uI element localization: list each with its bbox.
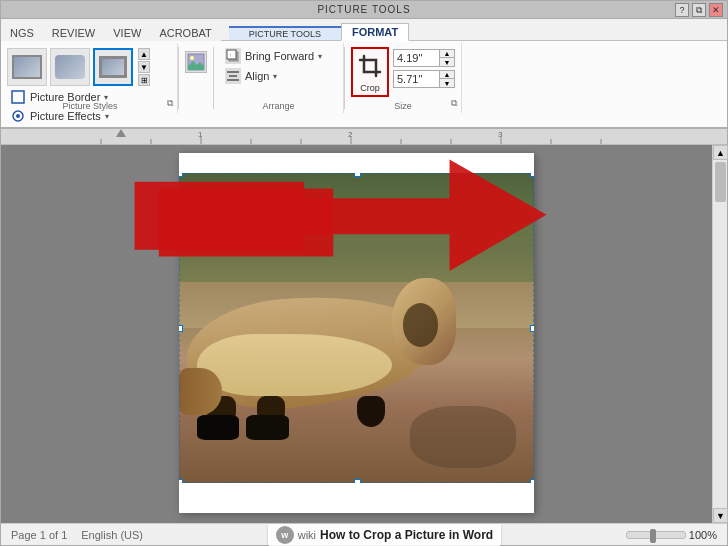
width-down[interactable]: ▼ (440, 79, 454, 87)
title-bar-text: PICTURE TOOLS (317, 4, 410, 15)
tab-acrobat[interactable]: ACROBAT (150, 24, 220, 41)
document-page (179, 153, 534, 513)
align-arrow: ▾ (273, 72, 277, 81)
ruler-indent-marker[interactable] (116, 129, 126, 139)
crop-size-section: Crop ▲ ▼ ▲ ▼ Siz (345, 43, 462, 113)
restore-button[interactable]: ⧉ (692, 3, 706, 17)
height-up[interactable]: ▲ (440, 50, 454, 58)
arrange-label: Arrange (262, 101, 294, 111)
crop-label: Crop (360, 83, 380, 93)
scroll-thumb[interactable] (715, 162, 726, 202)
crop-icon (355, 51, 385, 81)
svg-point-8 (190, 56, 194, 60)
wiki-how-to-text: How to Crop a Picture in Word (320, 528, 493, 542)
wiki-label: wiki (298, 529, 316, 541)
scroll-down-button[interactable]: ▼ (713, 508, 728, 523)
tab-ngs[interactable]: NGS (1, 24, 43, 41)
picture-effects-icon (10, 108, 26, 124)
p-section (179, 43, 213, 113)
tab-review[interactable]: REVIEW (43, 24, 104, 41)
bring-forward-icon: ↑ (225, 48, 241, 64)
size-label: Size (394, 101, 412, 111)
arrange-section: ↑ Bring Forward ▾ Align ▾ Arrange (214, 43, 344, 113)
height-input-row: ▲ ▼ (393, 49, 455, 67)
align-icon (225, 68, 241, 84)
height-down[interactable]: ▼ (440, 58, 454, 66)
crop-button[interactable]: Crop (351, 47, 389, 97)
wiki-logo: w (276, 526, 294, 544)
svg-text:2: 2 (348, 130, 353, 139)
animal-image (179, 173, 534, 483)
effects-dropdown-arrow: ▾ (105, 112, 109, 121)
width-spinners: ▲ ▼ (439, 71, 454, 87)
style-scroll[interactable]: ▲ ▼ ⊞ (138, 48, 150, 86)
scroll-up-button[interactable]: ▲ (713, 145, 728, 160)
picture-styles-expand[interactable]: ⧉ (167, 98, 173, 109)
app-window: PICTURE TOOLS ? ⧉ ✕ NGS REVIEW VIEW ACRO… (0, 0, 728, 546)
picture-small-icon[interactable] (185, 51, 207, 73)
help-button[interactable]: ? (675, 3, 689, 17)
language: English (US) (81, 529, 143, 541)
height-input[interactable] (394, 50, 439, 66)
window-controls[interactable]: ? ⧉ ✕ (675, 3, 723, 17)
ribbon: ▲ ▼ ⊞ Picture Border ▾ (1, 41, 727, 129)
wiki-badge: w wiki How to Crop a Picture in Word (268, 524, 501, 546)
svg-text:↑: ↑ (229, 52, 232, 58)
size-inputs: ▲ ▼ ▲ ▼ (393, 49, 455, 88)
zoom-slider[interactable] (626, 531, 686, 539)
word-count: Page 1 of 1 (11, 529, 67, 541)
picture-border-icon (10, 89, 26, 105)
style-thumb-2[interactable] (50, 48, 90, 86)
close-button[interactable]: ✕ (709, 3, 723, 17)
ruler-horizontal: 1 2 3 (1, 129, 727, 145)
svg-text:3: 3 (498, 130, 503, 139)
width-up[interactable]: ▲ (440, 71, 454, 79)
picture-tools-header: PICTURE TOOLS (229, 26, 341, 40)
svg-point-2 (16, 114, 20, 118)
document-area (1, 145, 712, 523)
style-thumb-1[interactable] (7, 48, 47, 86)
width-input-row: ▲ ▼ (393, 70, 455, 88)
zoom-controls: 100% (626, 529, 717, 541)
align-button[interactable]: Align ▾ (222, 67, 335, 85)
status-bar: Page 1 of 1 English (US) (11, 529, 143, 541)
svg-marker-29 (116, 129, 126, 137)
bottom-bar: Page 1 of 1 English (US) w wiki How to C… (1, 523, 727, 545)
tab-view[interactable]: VIEW (104, 24, 150, 41)
bring-forward-arrow: ▾ (318, 52, 322, 61)
svg-rect-0 (12, 91, 24, 103)
zoom-level: 100% (689, 529, 717, 541)
size-expand[interactable]: ⧉ (451, 98, 457, 109)
picture-styles-section: ▲ ▼ ⊞ Picture Border ▾ (3, 43, 178, 113)
picture-styles-label: Picture Styles (62, 101, 117, 111)
tab-format[interactable]: FORMAT (341, 23, 409, 41)
svg-text:1: 1 (198, 130, 203, 139)
content-area: ▲ ▼ (1, 145, 727, 523)
title-bar: PICTURE TOOLS ? ⧉ ✕ (1, 1, 727, 19)
bring-forward-button[interactable]: ↑ Bring Forward ▾ (222, 47, 335, 65)
width-input[interactable] (394, 71, 439, 87)
vertical-scrollbar[interactable]: ▲ ▼ (712, 145, 727, 523)
style-thumb-3[interactable] (93, 48, 133, 86)
height-spinners: ▲ ▼ (439, 50, 454, 66)
